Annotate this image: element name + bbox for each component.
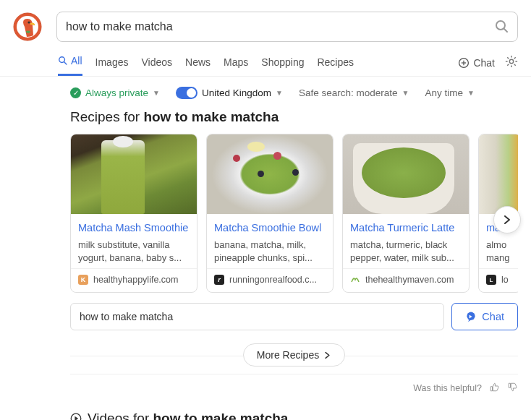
tab-all[interactable]: All — [58, 49, 82, 76]
filter-label: Always private — [85, 87, 148, 98]
heading-query: how to make matcha — [143, 109, 279, 124]
source-favicon: K — [78, 275, 88, 285]
recipe-source: lo — [501, 275, 509, 285]
tab-recipes[interactable]: Recipes — [317, 49, 354, 76]
tab-label: Videos — [141, 56, 172, 68]
source-favicon: L — [486, 275, 496, 285]
recipe-thumbnail — [71, 134, 197, 214]
filter-privacy[interactable]: ✓ Always private ▼ — [70, 87, 160, 98]
chevron-right-icon — [323, 351, 331, 359]
assist-chat-button[interactable]: Chat — [451, 303, 518, 330]
tab-videos[interactable]: Videos — [141, 49, 172, 76]
recipe-source: healthyhappylife.com — [93, 275, 178, 285]
chat-link[interactable]: Chat — [458, 57, 495, 69]
chevron-down-icon: ▼ — [276, 89, 283, 97]
tab-label: Images — [95, 56, 129, 68]
tab-news[interactable]: News — [185, 49, 211, 76]
play-icon — [70, 413, 82, 420]
svg-point-3 — [496, 21, 505, 30]
thumbs-up-icon[interactable] — [489, 382, 500, 395]
tab-images[interactable]: Images — [95, 49, 129, 76]
search-bar[interactable] — [56, 12, 518, 42]
chat-label: Chat — [473, 57, 495, 69]
recipe-title[interactable]: Matcha Smoothie Bowl — [214, 221, 326, 234]
heading-prefix: Videos for — [88, 411, 153, 420]
heading-query: how to make matcha — [153, 411, 288, 420]
recipe-cards: Matcha Mash Smoothie milk substitute, va… — [70, 134, 518, 293]
recipes-heading: Recipes for how to make matcha — [70, 109, 518, 125]
chevron-down-icon: ▼ — [153, 89, 160, 97]
chevron-down-icon: ▼ — [467, 89, 475, 97]
source-favicon: r — [214, 275, 224, 285]
filter-label: United Kingdom — [202, 87, 271, 98]
recipe-card[interactable]: Matcha Smoothie Bowl banana, matcha, mil… — [206, 134, 334, 293]
recipe-desc: almo mang — [486, 239, 514, 264]
tab-label: Recipes — [317, 56, 354, 68]
chevron-right-icon — [502, 215, 512, 225]
svg-line-6 — [64, 62, 67, 64]
tab-label: Shopping — [261, 56, 304, 68]
recipe-desc: banana, matcha, milk, pineapple chunks, … — [214, 239, 326, 264]
recipe-source: runningonrealfood.c... — [229, 275, 317, 285]
tab-shopping[interactable]: Shopping — [261, 49, 304, 76]
chat-icon — [465, 311, 477, 322]
svg-line-18 — [514, 57, 516, 59]
more-label: More Recipes — [257, 349, 319, 361]
tab-label: News — [185, 56, 211, 68]
filter-label: Any time — [425, 87, 463, 98]
assist-prompt[interactable]: how to make matcha — [70, 303, 444, 330]
tab-label: Maps — [224, 56, 248, 68]
search-tabs: All Images Videos News Maps Shopping Rec… — [58, 49, 458, 76]
svg-line-15 — [507, 57, 509, 59]
carousel-next-button[interactable] — [493, 206, 521, 233]
filter-region[interactable]: United Kingdom ▼ — [176, 87, 283, 99]
videos-heading: Videos for how to make matcha — [70, 411, 518, 420]
recipe-card[interactable]: Matcha Mash Smoothie milk substitute, va… — [70, 134, 197, 293]
svg-line-17 — [507, 64, 509, 66]
settings-icon[interactable] — [505, 55, 518, 70]
source-favicon — [350, 275, 360, 285]
recipe-title[interactable]: Matcha Turmeric Latte — [350, 221, 462, 234]
tab-maps[interactable]: Maps — [224, 49, 248, 76]
thumbs-down-icon[interactable] — [507, 382, 518, 395]
recipe-thumbnail — [479, 134, 518, 214]
tab-label: All — [71, 55, 82, 67]
check-icon: ✓ — [70, 87, 81, 98]
heading-prefix: Recipes for — [70, 109, 143, 124]
filter-label: Safe search: moderate — [299, 87, 398, 98]
recipe-card[interactable]: Matcha Turmeric Latte matcha, turmeric, … — [342, 134, 470, 293]
recipe-thumbnail — [207, 134, 333, 214]
search-icon[interactable] — [494, 19, 509, 35]
svg-line-16 — [514, 64, 516, 66]
recipe-desc: milk substitute, vanilla yogurt, banana,… — [78, 239, 190, 264]
chat-plus-icon — [458, 57, 470, 69]
filter-time[interactable]: Any time ▼ — [425, 87, 474, 98]
search-icon — [58, 56, 68, 66]
feedback-label: Was this helpful? — [413, 383, 482, 393]
chat-button-label: Chat — [482, 311, 504, 322]
duckduckgo-logo[interactable] — [13, 12, 42, 41]
search-input[interactable] — [66, 20, 494, 33]
recipe-desc: matcha, turmeric, black pepper, water, m… — [350, 239, 462, 264]
chevron-down-icon: ▼ — [402, 89, 409, 97]
svg-point-2 — [27, 21, 30, 23]
recipe-title[interactable]: Matcha Mash Smoothie — [78, 221, 190, 234]
svg-point-10 — [509, 59, 513, 63]
more-recipes-button[interactable]: More Recipes — [243, 343, 345, 367]
svg-line-4 — [504, 29, 507, 32]
toggle-switch[interactable] — [176, 87, 197, 99]
recipe-source: thehealthymaven.com — [365, 275, 454, 285]
filter-safesearch[interactable]: Safe search: moderate ▼ — [299, 87, 409, 98]
recipe-thumbnail — [343, 134, 469, 214]
